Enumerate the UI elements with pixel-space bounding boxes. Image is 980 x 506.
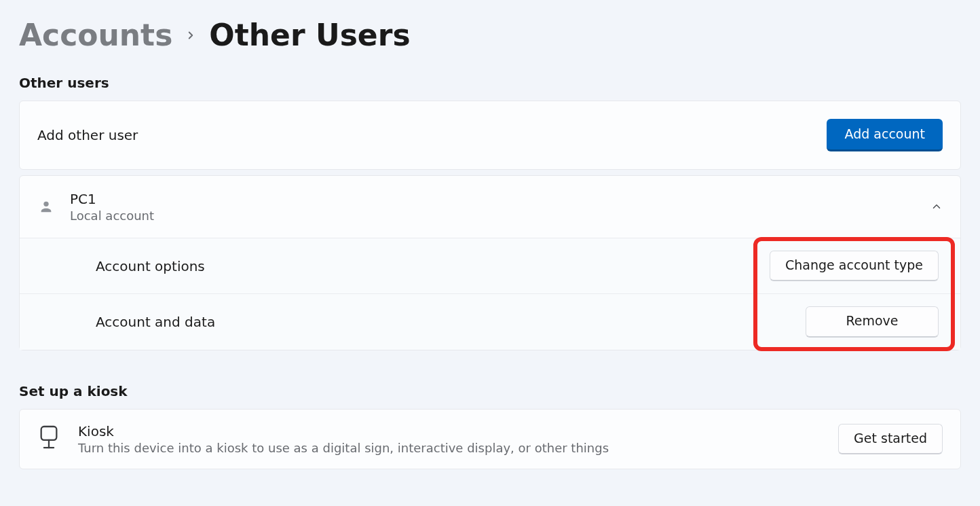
account-options-label: Account options <box>37 258 205 274</box>
chevron-up-icon <box>930 200 943 213</box>
kiosk-meta: Kiosk Turn this device into a kiosk to u… <box>78 423 821 455</box>
breadcrumb: Accounts Other Users <box>19 20 961 50</box>
user-name: PC1 <box>70 191 916 207</box>
settings-page: Accounts Other Users Other users Add oth… <box>19 20 961 469</box>
account-and-data-label: Account and data <box>37 314 215 330</box>
section-label-kiosk: Set up a kiosk <box>19 383 961 399</box>
breadcrumb-parent[interactable]: Accounts <box>19 20 172 50</box>
account-and-data-row: Account and data Remove <box>20 293 960 350</box>
section-label-other-users: Other users <box>19 75 961 91</box>
add-other-user-label: Add other user <box>37 127 138 143</box>
person-icon <box>37 199 55 214</box>
chevron-right-icon <box>185 29 197 41</box>
svg-rect-1 <box>41 427 57 440</box>
user-expander-header[interactable]: PC1 Local account <box>20 176 960 238</box>
user-meta: PC1 Local account <box>70 191 916 223</box>
kiosk-row: Kiosk Turn this device into a kiosk to u… <box>19 409 961 469</box>
kiosk-title: Kiosk <box>78 423 821 439</box>
add-account-button[interactable]: Add account <box>827 119 943 151</box>
kiosk-get-started-button[interactable]: Get started <box>838 424 943 455</box>
user-type: Local account <box>70 209 916 223</box>
account-options-row: Account options Change account type <box>20 238 960 294</box>
user-expander: PC1 Local account Account options Change… <box>19 175 961 350</box>
change-account-type-button[interactable]: Change account type <box>770 251 939 282</box>
kiosk-icon <box>37 424 60 454</box>
svg-point-0 <box>43 202 48 206</box>
add-other-user-row: Add other user Add account <box>19 101 961 170</box>
kiosk-desc: Turn this device into a kiosk to use as … <box>78 441 821 455</box>
remove-account-button[interactable]: Remove <box>806 306 939 338</box>
breadcrumb-current: Other Users <box>209 20 410 50</box>
